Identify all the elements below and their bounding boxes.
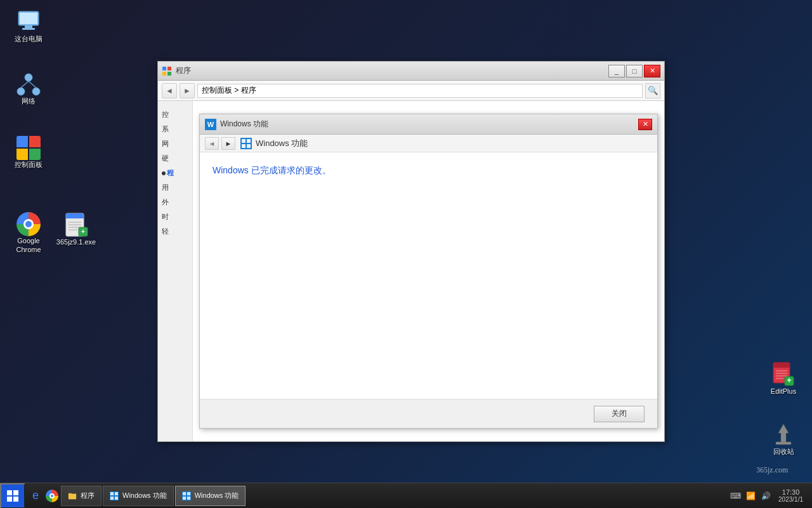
- computer-icon: [16, 9, 41, 34]
- dialog-feature-icon: [240, 138, 252, 149]
- svg-rect-34: [247, 139, 251, 143]
- taskbar-ie-icon[interactable]: e: [28, 488, 43, 504]
- svg-rect-40: [13, 497, 18, 502]
- svg-rect-30: [162, 72, 166, 76]
- taskbar-tray: ⌨ 📶 🔊 17:30 2023/1/1: [724, 488, 812, 503]
- svg-rect-2: [25, 25, 32, 28]
- taskbar-programs-label: 程序: [81, 491, 95, 500]
- svg-rect-44: [110, 497, 114, 500]
- svg-point-4: [25, 74, 32, 81]
- svg-rect-11: [66, 217, 84, 218]
- taskbar-chrome-icon[interactable]: [44, 488, 60, 504]
- sidebar-item-2[interactable]: 网: [158, 137, 192, 151]
- window-title: 程序: [176, 65, 191, 76]
- forward-button[interactable]: ►: [180, 83, 195, 98]
- taskbar-item-windows-features-2[interactable]: Windows 功能: [175, 486, 246, 506]
- taskbar-item-windows-features-1[interactable]: Windows 功能: [103, 486, 174, 506]
- editplus-icon-label: EditPlus: [771, 387, 796, 396]
- dialog-title-text: Windows 功能: [220, 119, 268, 130]
- dialog-body: Windows 已完成请求的更改。: [200, 152, 657, 399]
- sidebar-item-3[interactable]: 硬: [158, 151, 192, 166]
- svg-rect-48: [183, 497, 186, 500]
- control-panel-icon: [16, 136, 41, 160]
- sidebar-item-5[interactable]: 用: [158, 180, 192, 195]
- dialog-message: Windows 已完成请求的更改。: [213, 165, 645, 177]
- svg-rect-46: [183, 492, 186, 495]
- search-button[interactable]: 🔍: [645, 83, 660, 98]
- desktop-icon-control-panel[interactable]: 控制面板: [6, 133, 51, 171]
- close-action-button[interactable]: 关闭: [594, 406, 645, 422]
- dialog-forward-button[interactable]: ►: [221, 137, 235, 150]
- recycle-icon: [771, 422, 796, 447]
- dialog-icon-title: Windows 功能: [240, 138, 308, 149]
- tray-keyboard-icon[interactable]: ⌨: [729, 490, 742, 502]
- tray-time-text: 17:30: [778, 488, 803, 496]
- svg-rect-45: [115, 497, 118, 500]
- control-panel-window: 程序 _ □ ✕ ◄ ► 🔍 控 系 网 硬 程 用: [157, 61, 665, 442]
- svg-rect-38: [13, 490, 18, 495]
- dialog-window-icon: W: [205, 119, 216, 130]
- dialog-close-x-button[interactable]: ✕: [638, 119, 652, 130]
- desktop-icon-editplus[interactable]: + EditPlus: [761, 359, 806, 398]
- sidebar-item-6[interactable]: 外: [158, 195, 192, 210]
- svg-point-5: [17, 88, 25, 95]
- minimize-button[interactable]: _: [608, 65, 625, 77]
- back-button[interactable]: ◄: [162, 83, 177, 98]
- titlebar-left: 程序: [162, 65, 191, 76]
- chrome-icon: [16, 212, 41, 236]
- close-window-button[interactable]: ✕: [644, 65, 660, 77]
- main-area: 序 W Windows 功能 ✕ ◄ ►: [193, 101, 664, 441]
- taskbar-win-features-icon-1: [110, 491, 119, 500]
- svg-line-8: [29, 81, 36, 88]
- svg-rect-29: [167, 67, 171, 70]
- sidebar-item-0[interactable]: 控: [158, 107, 192, 122]
- taskbar: e 程序: [0, 483, 812, 508]
- dialog-back-button[interactable]: ◄: [205, 137, 219, 150]
- svg-rect-31: [167, 72, 171, 76]
- desktop-icon-recycle[interactable]: 回收站: [761, 419, 806, 458]
- watermark: [756, 463, 807, 478]
- start-button[interactable]: [0, 483, 25, 509]
- svg-rect-43: [115, 492, 118, 495]
- taskbar-item-programs[interactable]: 程序: [61, 486, 102, 506]
- svg-rect-36: [247, 144, 251, 148]
- svg-text:+: +: [787, 376, 791, 385]
- taskbar-win-features-1-label: Windows 功能: [122, 491, 167, 500]
- dialog-footer: 关闭: [200, 399, 657, 428]
- desktop-icon-365[interactable]: + 365jz9.1.exe: [54, 210, 98, 249]
- tray-volume-icon[interactable]: 🔊: [759, 490, 772, 502]
- windows-logo-icon: [6, 490, 19, 502]
- windows-features-dialog: W Windows 功能 ✕ ◄ ►: [199, 114, 658, 429]
- dialog-header-left: W Windows 功能: [205, 119, 268, 130]
- sidebar-item-1[interactable]: 系: [158, 122, 192, 137]
- network-icon: [16, 72, 41, 97]
- svg-rect-35: [242, 144, 246, 148]
- sidebar-item-8[interactable]: 轻: [158, 224, 192, 239]
- maximize-button[interactable]: □: [626, 65, 643, 77]
- address-input[interactable]: [197, 84, 643, 98]
- desktop: 这台电脑 网络 控制面板 Google Chrome: [0, 0, 812, 508]
- app-365-icon-label: 365jz9.1.exe: [56, 237, 96, 246]
- titlebar-controls: _ □ ✕: [608, 65, 660, 77]
- sidebar-item-7[interactable]: 时: [158, 210, 192, 224]
- sidebar-item-4-programs[interactable]: 程: [158, 166, 192, 180]
- window-icon: [162, 66, 172, 76]
- tray-network-icon[interactable]: 📶: [744, 490, 757, 502]
- desktop-icon-network[interactable]: 网络: [6, 70, 51, 108]
- svg-rect-47: [187, 492, 190, 495]
- svg-point-6: [32, 88, 40, 95]
- desktop-icon-chrome[interactable]: Google Chrome: [6, 210, 51, 257]
- svg-rect-49: [187, 497, 190, 500]
- desktop-icon-my-computer[interactable]: 这台电脑: [6, 6, 51, 46]
- svg-rect-33: [242, 139, 246, 143]
- recycle-icon-label: 回收站: [773, 447, 794, 456]
- svg-rect-27: [776, 442, 791, 444]
- svg-rect-28: [162, 67, 166, 70]
- svg-rect-42: [110, 492, 114, 495]
- sidebar: 控 系 网 硬 程 用 外 时 轻: [158, 101, 193, 441]
- taskbar-items: e 程序: [25, 486, 724, 506]
- tray-clock[interactable]: 17:30 2023/1/1: [775, 488, 807, 503]
- computer-icon-label: 这台电脑: [15, 34, 43, 43]
- control-panel-icon-label: 控制面板: [15, 160, 43, 169]
- chrome-icon-label: Google Chrome: [16, 236, 41, 255]
